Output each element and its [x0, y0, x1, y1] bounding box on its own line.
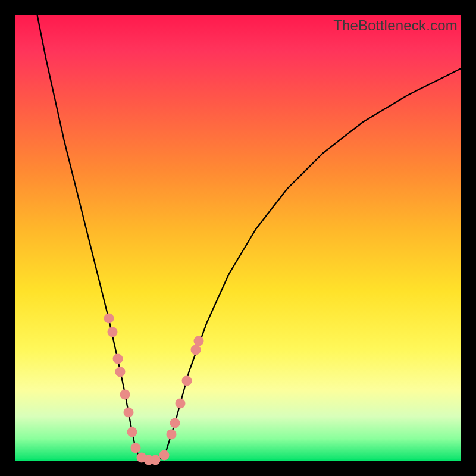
data-marker — [194, 336, 204, 346]
data-marker — [170, 418, 180, 428]
curve-path — [37, 15, 462, 461]
data-marker — [120, 389, 130, 399]
gradient-bottom-edge — [15, 459, 461, 461]
data-marker — [175, 398, 185, 408]
chart-plot-area: TheBottleneck.com — [15, 15, 461, 461]
data-marker — [159, 450, 170, 460]
watermark-text: TheBottleneck.com — [333, 17, 458, 34]
data-marker — [130, 443, 140, 453]
data-marker — [107, 327, 117, 337]
data-marker — [181, 376, 192, 386]
data-marker — [166, 430, 176, 440]
data-marker — [127, 427, 137, 437]
data-marker — [115, 367, 126, 377]
chart-curve — [15, 15, 461, 461]
data-marker — [104, 314, 114, 324]
data-marker — [112, 353, 123, 364]
chart-frame: TheBottleneck.com — [0, 0, 476, 476]
data-marker — [124, 407, 134, 417]
data-marker — [190, 345, 201, 355]
